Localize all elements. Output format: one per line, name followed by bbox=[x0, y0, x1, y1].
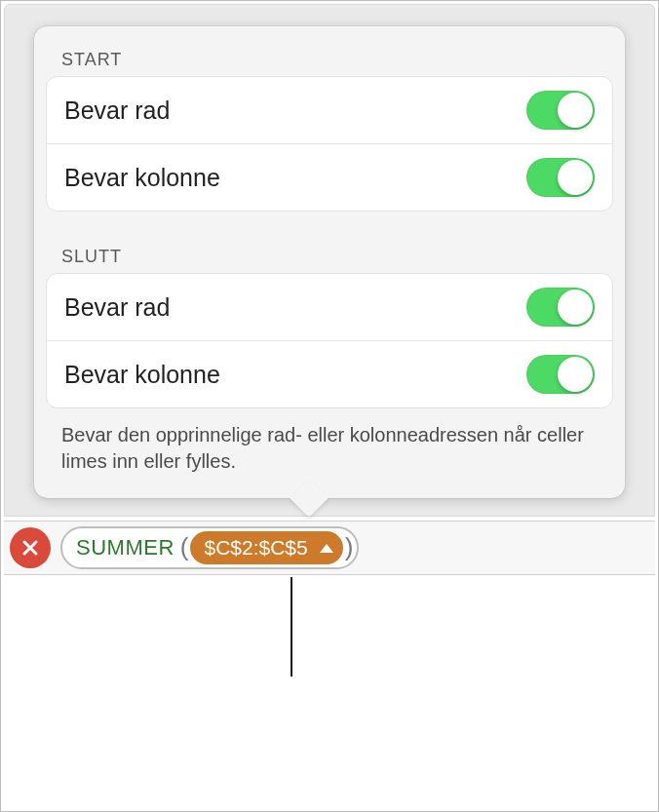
end-preserve-row: Bevar rad bbox=[47, 274, 612, 340]
start-group: Bevar rad Bevar kolonne bbox=[46, 76, 613, 212]
row-label: Bevar rad bbox=[64, 97, 170, 125]
close-paren: ) bbox=[345, 532, 354, 562]
open-paren: ( bbox=[180, 532, 189, 562]
formula-bar: SUMMER ( $C$2:$C$5 ) bbox=[4, 521, 655, 575]
cancel-formula-button[interactable] bbox=[10, 527, 51, 568]
cell-reference-token[interactable]: $C$2:$C$5 bbox=[190, 531, 342, 564]
end-preserve-column: Bevar kolonne bbox=[47, 340, 612, 407]
popover-tail bbox=[290, 479, 329, 518]
popover-description: Bevar den opprinnelige rad- eller kolonn… bbox=[34, 408, 625, 481]
switch-knob bbox=[558, 160, 593, 195]
callout-leader-line bbox=[291, 577, 292, 677]
reference-text: $C$2:$C$5 bbox=[204, 536, 307, 560]
start-preserve-column: Bevar kolonne bbox=[47, 143, 612, 211]
end-group: Bevar rad Bevar kolonne bbox=[46, 273, 613, 408]
formula-editor[interactable]: SUMMER ( $C$2:$C$5 ) bbox=[60, 526, 359, 569]
start-preserve-row: Bevar rad bbox=[47, 77, 612, 143]
toggle-end-preserve-column[interactable] bbox=[526, 355, 595, 394]
switch-knob bbox=[558, 93, 593, 128]
close-icon bbox=[20, 538, 40, 558]
toggle-end-preserve-row[interactable] bbox=[526, 288, 595, 327]
toggle-start-preserve-row[interactable] bbox=[526, 91, 595, 130]
reference-settings-popover: START Bevar rad Bevar kolonne SLUTT Beva… bbox=[34, 26, 625, 498]
row-label: Bevar rad bbox=[64, 293, 170, 322]
switch-knob bbox=[558, 290, 593, 325]
row-label: Bevar kolonne bbox=[64, 164, 220, 192]
row-label: Bevar kolonne bbox=[64, 361, 220, 389]
toggle-start-preserve-column[interactable] bbox=[526, 158, 595, 197]
settings-popover-container: START Bevar rad Bevar kolonne SLUTT Beva… bbox=[4, 4, 655, 517]
section-title-start: START bbox=[34, 50, 625, 76]
section-title-end: SLUTT bbox=[34, 247, 625, 273]
switch-knob bbox=[558, 357, 593, 392]
function-name: SUMMER bbox=[76, 535, 174, 561]
disclosure-triangle-icon bbox=[320, 544, 333, 553]
